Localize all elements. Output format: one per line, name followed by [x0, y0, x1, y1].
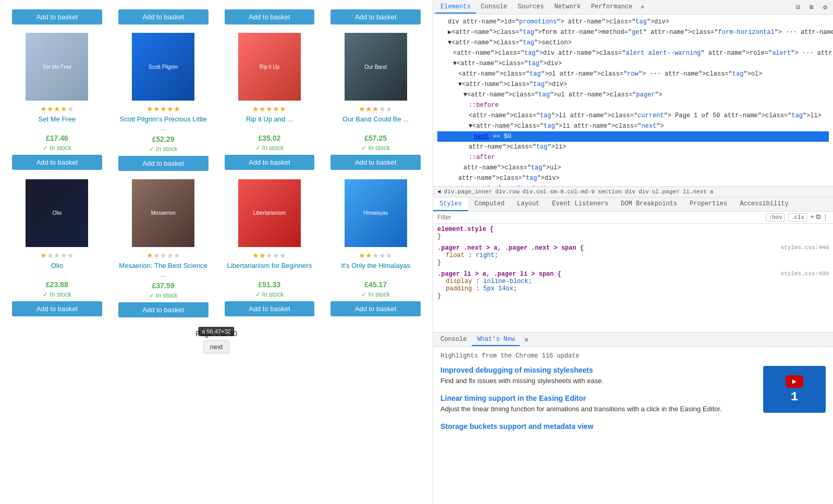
tree-line-5[interactable]: <attr-name">class="tag">ol attr-name">cl…: [437, 69, 829, 79]
book-title-libertarianism[interactable]: Libertarianism for Beginners: [227, 262, 312, 278]
add-to-basket-rip-it-up[interactable]: Add to basket: [225, 155, 315, 170]
css-source-1[interactable]: styles.css:440: [781, 244, 829, 251]
tree-line-2[interactable]: ▼<attr-name">class="tag">section>: [437, 38, 829, 48]
book-stars-our-band: ★★★★★: [359, 105, 393, 113]
star-icon: ★: [174, 105, 180, 113]
star-icon: ★: [67, 105, 74, 113]
tree-line-1[interactable]: ▶<attr-name">class="tag">form attr-name"…: [437, 27, 829, 38]
filter-hov-button[interactable]: :hov: [766, 213, 785, 222]
star-icon: ★: [279, 251, 286, 260]
tree-line-0[interactable]: div attr-name">id="promotions"> attr-nam…: [437, 17, 829, 27]
style-tab-event-listeners[interactable]: Event Listeners: [546, 198, 615, 211]
tree-line-8[interactable]: ::before: [437, 100, 829, 110]
add-to-basket-libertarianism[interactable]: Add to basket: [225, 301, 315, 316]
devtools-tab-performance[interactable]: Performance: [586, 1, 638, 14]
star-icon: ★: [47, 251, 54, 260]
tree-line-10[interactable]: ▼<attr-name">class="tag">li attr-name">c…: [437, 121, 829, 131]
tree-line-15[interactable]: attr-name">class="tag">div>: [437, 173, 829, 183]
add-to-basket-scott-pilgrim[interactable]: Add to basket: [118, 156, 209, 171]
star-icon: ★: [60, 251, 67, 260]
style-tab-accessibility[interactable]: Accessibility: [733, 198, 795, 211]
book-stars-rip-it-up: ★★★★★: [252, 105, 286, 113]
style-tab-properties[interactable]: Properties: [683, 198, 733, 211]
css-selector-1: .pager .next > a, .pager .next > span {: [437, 244, 584, 252]
tree-line-11[interactable]: next == $0: [437, 131, 829, 142]
whats-new-title-1[interactable]: Linear timing support in the Easing Edit…: [440, 394, 758, 402]
star-icon: ★: [252, 105, 259, 113]
add-to-basket-set-me-free[interactable]: Add to basket: [12, 155, 102, 170]
book-title-himalayas[interactable]: It's Only the Himalayas: [341, 262, 410, 278]
drawer-close-button[interactable]: ✕: [522, 334, 530, 345]
tree-line-13[interactable]: ::after: [437, 152, 829, 163]
devtools-tab-more[interactable]: »: [638, 2, 647, 13]
add-to-basket-our-band[interactable]: Add to basket: [330, 155, 421, 170]
book-title-scott-pilgrim[interactable]: Scott Pilgrim's Precious Little ...: [118, 115, 209, 133]
add-to-basket-olio[interactable]: Add to basket: [12, 301, 102, 316]
breadcrumb-item-1[interactable]: div.row: [494, 188, 520, 195]
tree-line-4[interactable]: ▼<attr-name">class="tag">div>: [437, 58, 829, 69]
settings-icon[interactable]: ⚙: [819, 2, 831, 13]
book-title-our-band[interactable]: Our Band Could Be ...: [342, 115, 409, 132]
book-title-olio[interactable]: Olio: [51, 262, 63, 278]
book-price-scott-pilgrim: £52.29: [152, 135, 175, 143]
devtools-icon-bar: ⊡ ⊞ ⚙: [792, 2, 831, 13]
breadcrumb-item-6[interactable]: ul.pager: [651, 188, 681, 195]
devtools-tab-network[interactable]: Network: [549, 1, 585, 14]
breadcrumb-item-0[interactable]: div.page_inner: [443, 188, 493, 195]
tree-line-3[interactable]: <attr-name">class="tag">div attr-name">c…: [437, 48, 829, 58]
book-stars-himalayas: ★★★★★: [359, 251, 393, 260]
add-to-basket-button[interactable]: Add to basket: [330, 9, 421, 24]
whats-new-title-0[interactable]: Improved debugging of missing stylesheet…: [440, 366, 758, 374]
devtools-tab-elements[interactable]: Elements: [435, 1, 476, 14]
tree-line-7[interactable]: ▼<attr-name">class="tag">ul attr-name">c…: [437, 90, 829, 100]
filter-cls-button[interactable]: .cls: [788, 213, 807, 222]
tree-line-9[interactable]: <attr-name">class="tag">li attr-name">cl…: [437, 110, 829, 121]
add-to-basket-button[interactable]: Add to basket: [12, 9, 102, 24]
style-tab-styles[interactable]: Styles: [433, 198, 468, 211]
tree-line-12[interactable]: attr-name">class="tag">li>: [437, 142, 829, 152]
style-tab-layout[interactable]: Layout: [511, 198, 546, 211]
book-price-himalayas: £45.17: [364, 280, 387, 289]
breadcrumb-item-7[interactable]: li.next: [682, 188, 708, 195]
whats-new-title-2[interactable]: Storage buckets support and metadata vie…: [440, 422, 758, 431]
video-thumbnail[interactable]: ▶ 1: [763, 366, 826, 413]
star-icon: ★: [153, 105, 160, 113]
devtools-tab-console[interactable]: Console: [476, 1, 512, 14]
style-tab-computed[interactable]: Computed: [468, 198, 511, 211]
breadcrumb-arrow[interactable]: ◄: [437, 189, 441, 195]
breadcrumb-item-3[interactable]: section: [597, 188, 623, 195]
next-link[interactable]: next: [203, 340, 230, 353]
add-to-basket-button[interactable]: Add to basket: [225, 9, 315, 24]
css-prop-2-1[interactable]: padding : 5px 14ox;: [437, 285, 829, 292]
add-to-basket-button[interactable]: Add to basket: [118, 9, 209, 24]
inspect-icon[interactable]: ⊡: [792, 2, 804, 13]
book-title-set-me-free[interactable]: Set Me Free: [39, 115, 76, 132]
device-icon[interactable]: ⊞: [806, 2, 817, 13]
add-rule-icon[interactable]: +: [810, 213, 814, 222]
css-source-2[interactable]: styles.css:439: [781, 271, 829, 277]
tree-line-6[interactable]: ▼<attr-name">class="tag">div>: [437, 79, 829, 90]
more-icon[interactable]: ⋮: [822, 213, 829, 222]
book-title-mesaerion[interactable]: Mesaerion: The Best Science ...: [118, 262, 209, 279]
devtools-tab-sources[interactable]: Sources: [512, 1, 549, 14]
style-tab-dom-breakpoints[interactable]: DOM Breakpoints: [615, 198, 683, 211]
book-card-scott-pilgrim: Scott Pilgrim ★★★★★ Scott Pilgrim's Prec…: [114, 29, 213, 175]
breadcrumb-item-4[interactable]: div: [624, 188, 636, 195]
add-to-basket-himalayas[interactable]: Add to basket: [330, 301, 421, 316]
star-icon: ★: [273, 105, 279, 113]
add-to-basket-mesaerion[interactable]: Add to basket: [118, 302, 209, 317]
tree-line-14[interactable]: attr-name">class="tag">ul>: [437, 163, 829, 173]
book-title-rip-it-up[interactable]: Rip it Up and ...: [246, 115, 293, 132]
filter-input[interactable]: [437, 214, 763, 221]
css-prop-2-0[interactable]: display : inline-block;: [437, 278, 829, 285]
book-cover-scott-pilgrim: Scott Pilgrim: [132, 33, 194, 101]
star-icon: ★: [386, 251, 393, 260]
drawer-tab-console[interactable]: Console: [435, 334, 472, 346]
breadcrumb-item-8[interactable]: a: [709, 188, 715, 195]
star-icon: ★: [372, 105, 379, 113]
breadcrumb-item-2[interactable]: div.col-sm-8.col-md-9: [521, 188, 596, 195]
drawer-tab-what's-new[interactable]: What's New: [472, 334, 520, 346]
breadcrumb-item-5[interactable]: div: [638, 188, 650, 195]
css-prop-1-0[interactable]: float : right;: [437, 252, 829, 259]
copy-icon[interactable]: ⧉: [816, 213, 820, 222]
